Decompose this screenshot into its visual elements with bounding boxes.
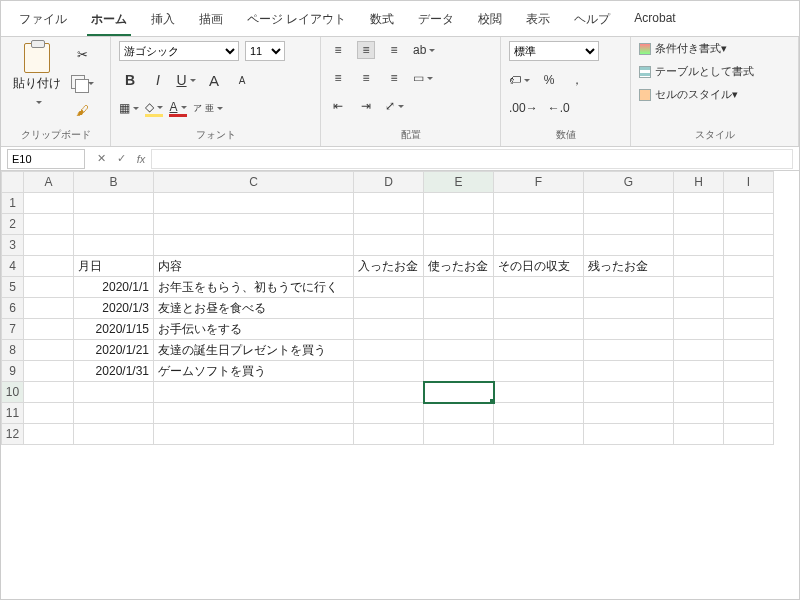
tab-Acrobat[interactable]: Acrobat [622, 5, 687, 36]
row-header-8[interactable]: 8 [2, 340, 24, 361]
cell-G11[interactable] [584, 403, 674, 424]
percent-button[interactable]: % [540, 71, 558, 89]
cell-D1[interactable] [354, 193, 424, 214]
increase-decimal-button[interactable]: .00→ [509, 99, 538, 117]
cell-I1[interactable] [724, 193, 774, 214]
cell-B8[interactable]: 2020/1/21 [74, 340, 154, 361]
cell-E2[interactable] [424, 214, 494, 235]
column-header-A[interactable]: A [24, 172, 74, 193]
cell-H3[interactable] [674, 235, 724, 256]
cell-G9[interactable] [584, 361, 674, 382]
cut-button[interactable]: ✂ [71, 45, 94, 63]
cell-C5[interactable]: お年玉をもらう、初もうでに行く [154, 277, 354, 298]
format-as-table-button[interactable]: テーブルとして書式 [639, 64, 754, 79]
cell-F1[interactable] [494, 193, 584, 214]
cell-A2[interactable] [24, 214, 74, 235]
accounting-format-button[interactable]: 🏷 [509, 71, 530, 89]
cell-F11[interactable] [494, 403, 584, 424]
increase-indent-button[interactable]: ⇥ [357, 97, 375, 115]
cell-I4[interactable] [724, 256, 774, 277]
cell-C3[interactable] [154, 235, 354, 256]
row-header-2[interactable]: 2 [2, 214, 24, 235]
cell-B12[interactable] [74, 424, 154, 445]
cell-B4[interactable]: 月日 [74, 256, 154, 277]
cell-F2[interactable] [494, 214, 584, 235]
select-all-corner[interactable] [2, 172, 24, 193]
cell-B10[interactable] [74, 382, 154, 403]
cell-A5[interactable] [24, 277, 74, 298]
cell-D12[interactable] [354, 424, 424, 445]
cell-E9[interactable] [424, 361, 494, 382]
cancel-formula-button[interactable]: ✕ [91, 152, 111, 165]
decrease-indent-button[interactable]: ⇤ [329, 97, 347, 115]
tab-ヘルプ[interactable]: ヘルプ [562, 5, 622, 36]
cell-D3[interactable] [354, 235, 424, 256]
copy-button[interactable] [71, 73, 94, 91]
align-right-button[interactable]: ≡ [385, 69, 403, 87]
conditional-formatting-button[interactable]: 条件付き書式▾ [639, 41, 754, 56]
cell-F6[interactable] [494, 298, 584, 319]
font-size-select[interactable]: 11 [245, 41, 285, 61]
phonetic-button[interactable]: ア 亜 [193, 99, 223, 117]
cell-F3[interactable] [494, 235, 584, 256]
cell-F9[interactable] [494, 361, 584, 382]
row-header-10[interactable]: 10 [2, 382, 24, 403]
column-header-I[interactable]: I [724, 172, 774, 193]
tab-描画[interactable]: 描画 [187, 5, 235, 36]
cell-F10[interactable] [494, 382, 584, 403]
cell-H5[interactable] [674, 277, 724, 298]
italic-button[interactable]: I [147, 69, 169, 91]
cell-D8[interactable] [354, 340, 424, 361]
paste-button[interactable]: 貼り付け [9, 41, 65, 110]
cell-D4[interactable]: 入ったお金 [354, 256, 424, 277]
row-header-12[interactable]: 12 [2, 424, 24, 445]
decrease-decimal-button[interactable]: ←.0 [548, 99, 570, 117]
cell-A4[interactable] [24, 256, 74, 277]
cell-I2[interactable] [724, 214, 774, 235]
cell-F8[interactable] [494, 340, 584, 361]
row-header-9[interactable]: 9 [2, 361, 24, 382]
cell-C1[interactable] [154, 193, 354, 214]
cell-G3[interactable] [584, 235, 674, 256]
borders-button[interactable]: ▦ [119, 99, 139, 117]
tab-挿入[interactable]: 挿入 [139, 5, 187, 36]
cell-D9[interactable] [354, 361, 424, 382]
cell-C2[interactable] [154, 214, 354, 235]
cell-E11[interactable] [424, 403, 494, 424]
cell-D7[interactable] [354, 319, 424, 340]
accept-formula-button[interactable]: ✓ [111, 152, 131, 165]
cell-I9[interactable] [724, 361, 774, 382]
row-header-5[interactable]: 5 [2, 277, 24, 298]
cell-F4[interactable]: その日の収支 [494, 256, 584, 277]
column-header-E[interactable]: E [424, 172, 494, 193]
cell-A10[interactable] [24, 382, 74, 403]
align-center-button[interactable]: ≡ [357, 69, 375, 87]
column-header-B[interactable]: B [74, 172, 154, 193]
align-top-button[interactable]: ≡ [329, 41, 347, 59]
cell-B7[interactable]: 2020/1/15 [74, 319, 154, 340]
align-middle-button[interactable]: ≡ [357, 41, 375, 59]
cell-H4[interactable] [674, 256, 724, 277]
cell-A11[interactable] [24, 403, 74, 424]
cell-G5[interactable] [584, 277, 674, 298]
cell-D10[interactable] [354, 382, 424, 403]
cell-E6[interactable] [424, 298, 494, 319]
cell-I6[interactable] [724, 298, 774, 319]
tab-数式[interactable]: 数式 [358, 5, 406, 36]
column-header-C[interactable]: C [154, 172, 354, 193]
cell-B1[interactable] [74, 193, 154, 214]
cell-G1[interactable] [584, 193, 674, 214]
cell-C12[interactable] [154, 424, 354, 445]
cell-D6[interactable] [354, 298, 424, 319]
cell-D2[interactable] [354, 214, 424, 235]
cell-C6[interactable]: 友達とお昼を食べる [154, 298, 354, 319]
spreadsheet-grid[interactable]: ABCDEFGHI1234月日内容入ったお金使ったお金その日の収支残ったお金52… [1, 171, 799, 445]
cell-G2[interactable] [584, 214, 674, 235]
bold-button[interactable]: B [119, 69, 141, 91]
font-color-button[interactable]: A [169, 99, 187, 117]
cell-I10[interactable] [724, 382, 774, 403]
row-header-6[interactable]: 6 [2, 298, 24, 319]
cell-C7[interactable]: お手伝いをする [154, 319, 354, 340]
cell-F7[interactable] [494, 319, 584, 340]
cell-E10[interactable] [424, 382, 494, 403]
